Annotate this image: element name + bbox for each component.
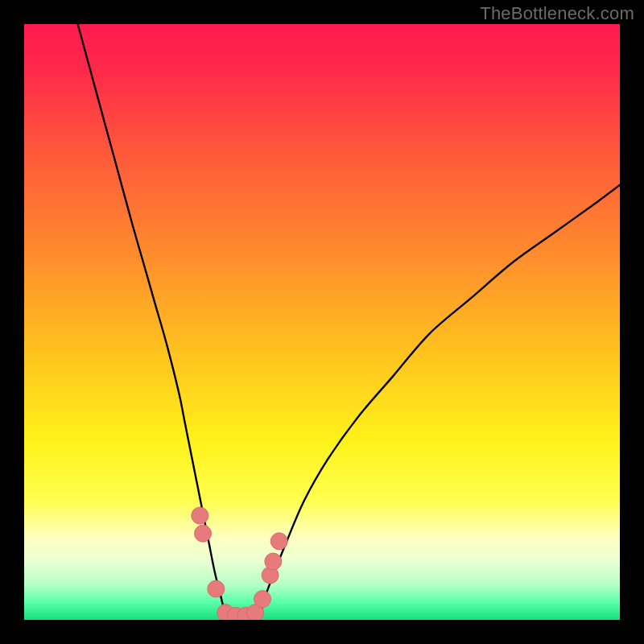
data-marker bbox=[192, 507, 208, 524]
data-marker bbox=[208, 580, 225, 597]
bottleneck-curve bbox=[24, 24, 620, 620]
plot-area bbox=[24, 24, 620, 620]
watermark-text: TheBottleneck.com bbox=[480, 3, 634, 24]
outer-frame: TheBottleneck.com bbox=[0, 0, 644, 644]
data-marker bbox=[270, 533, 287, 550]
data-marker bbox=[254, 591, 271, 608]
curve-segment-right bbox=[259, 185, 620, 617]
data-marker bbox=[195, 525, 212, 542]
data-marker bbox=[265, 553, 282, 570]
